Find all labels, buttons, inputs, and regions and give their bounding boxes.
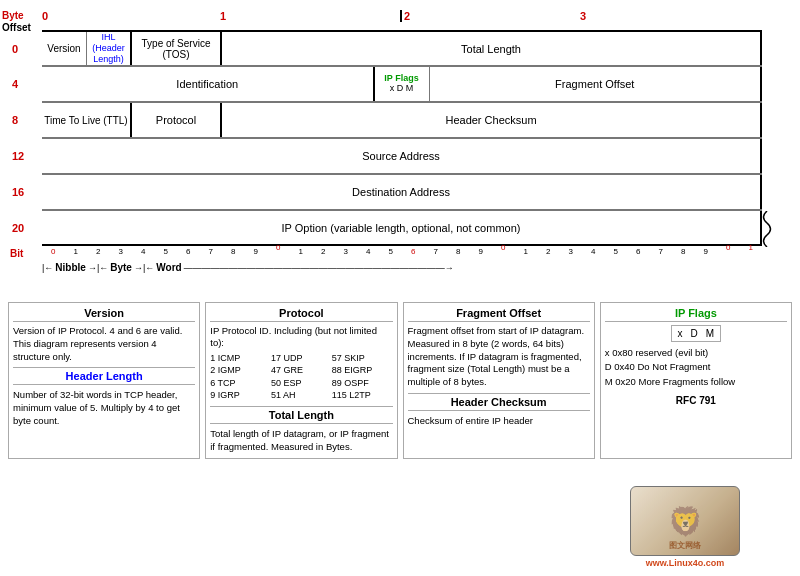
version-body: Version of IP Protocol. 4 and 6 are vali…	[13, 325, 195, 363]
cell-header-checksum: Header Checksum	[222, 103, 762, 137]
info-boxes-area: Version Version of IP Protocol. 4 and 6 …	[0, 298, 800, 463]
header-row-20: 20 IP Option (variable length, optional,…	[42, 210, 762, 246]
bit-ruler-bottom: 0 1 2 3 4 5 6 7 8 9 0 1 2 3 4 5 6 7 8	[42, 248, 762, 298]
fragment-offset-title: Fragment Offset	[408, 307, 590, 322]
header-length-title: Header Length	[13, 367, 195, 385]
total-length-body: Total length of IP datagram, or IP fragm…	[210, 428, 392, 454]
header-checksum-title: Header Checksum	[408, 393, 590, 411]
offset-16: 16	[12, 186, 24, 198]
header-row-4: 4 Identification IP Flags x D M Fragment…	[42, 66, 762, 102]
ip-flags-demo: xDM	[671, 325, 722, 342]
cell-total-length: Total Length	[222, 32, 762, 65]
cell-ip-flags: IP Flags x D M	[375, 67, 430, 101]
cell-dest-address: Destination Address	[42, 175, 762, 209]
ip-header-diagram: ByteOffset 0 1 2 3 0 Version IHL (Header…	[0, 0, 800, 298]
bit-ruler-top: 0 1 2 3	[42, 10, 762, 30]
protocol-body: IP Protocol ID. Including (but not limit…	[210, 325, 392, 350]
wavy-edge	[760, 211, 774, 247]
major-bit-1: 1	[220, 10, 226, 22]
header-row-16: 16 Destination Address	[42, 174, 762, 210]
info-box-ip-flags: IP Flags xDM x 0x80 reserved (evil bit) …	[600, 302, 792, 459]
header-row-0: 0 Version IHL (HeaderLength) Type of Ser…	[42, 30, 762, 66]
byte-label: Byte	[110, 262, 132, 273]
word-label: Word	[156, 262, 181, 273]
info-box-protocol: Protocol IP Protocol ID. Including (but …	[205, 302, 397, 459]
cell-ihl: IHL (HeaderLength)	[87, 32, 132, 65]
cell-ip-options: IP Option (variable length, optional, no…	[42, 211, 762, 244]
offset-8: 8	[12, 114, 18, 126]
header-row-12: 12 Source Address	[42, 138, 762, 174]
protocol-table: 1 ICMP17 UDP57 SKIP 2 IGMP47 GRE88 EIGRP…	[210, 352, 392, 402]
cell-identification: Identification	[42, 67, 375, 101]
cell-version: Version	[42, 32, 87, 65]
ip-flags-title: IP Flags	[605, 307, 787, 322]
major-bit-2: 2	[400, 10, 410, 22]
watermark: 🦁 图文网络 www.Linux4o.com	[630, 486, 740, 568]
offset-12: 12	[12, 150, 24, 162]
rfc-791: RFC 791	[605, 395, 787, 406]
version-title: Version	[13, 307, 195, 322]
offset-4: 4	[12, 78, 18, 90]
cell-ttl: Time To Live (TTL)	[42, 103, 132, 137]
offset-0: 0	[12, 43, 18, 55]
cell-source-address: Source Address	[42, 139, 762, 173]
header-row-8: 8 Time To Live (TTL) Protocol Header Che…	[42, 102, 762, 138]
offset-20: 20	[12, 222, 24, 234]
watermark-url: www.Linux4o.com	[630, 558, 740, 568]
bit-label: Bit	[10, 248, 23, 259]
total-length-title: Total Length	[210, 406, 392, 424]
protocol-title: Protocol	[210, 307, 392, 322]
nibble-label: Nibble	[55, 262, 86, 273]
header-length-body: Number of 32-bit words in TCP header, mi…	[13, 389, 195, 427]
header-checksum-body: Checksum of entire IP header	[408, 415, 590, 428]
info-box-fragment: Fragment Offset Fragment offset from sta…	[403, 302, 595, 459]
fragment-offset-body: Fragment offset from start of IP datagra…	[408, 325, 590, 389]
cell-protocol: Protocol	[132, 103, 222, 137]
info-box-version: Version Version of IP Protocol. 4 and 6 …	[8, 302, 200, 459]
cell-tos: Type of Service (TOS)	[132, 32, 222, 65]
ip-flags-legend: x 0x80 reserved (evil bit) D 0x40 Do Not…	[605, 346, 787, 389]
major-bit-0: 0	[42, 10, 48, 22]
cell-fragment-offset: Fragment Offset	[430, 67, 763, 101]
major-bit-3: 3	[580, 10, 586, 22]
byte-offset-label: ByteOffset	[2, 10, 31, 34]
